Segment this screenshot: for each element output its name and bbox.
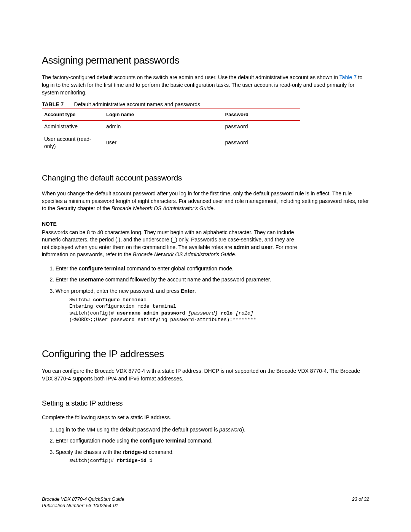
- role-admin: admin: [234, 244, 249, 250]
- col-account-type: Account type: [42, 109, 104, 120]
- text: Enter configuration mode using the: [56, 438, 140, 444]
- table-7-link[interactable]: Table 7: [339, 74, 357, 80]
- doc-title: Brocade Network OS Administrator's Guide: [112, 205, 213, 211]
- page-footer: Brocade VDX 8770-4 QuickStart Guide Publ…: [42, 496, 369, 509]
- heading-assigning-passwords: Assigning permanent passwords: [42, 53, 369, 67]
- footer-title: Brocade VDX 8770-4 QuickStart Guide: [42, 496, 124, 503]
- text: ).: [242, 427, 245, 433]
- intro-paragraph: The factory-configured default accounts …: [42, 74, 369, 96]
- text: command.: [147, 449, 174, 455]
- list-item: Specify the chassis with the rbridge-id …: [56, 449, 369, 464]
- text: Enter the: [56, 276, 79, 283]
- cell: admin: [104, 120, 223, 133]
- text: .: [194, 288, 196, 294]
- list-item: Enter the username command followed by t…: [56, 276, 369, 284]
- footer-publication: Publication Number: 53-1002554-01: [42, 503, 124, 509]
- cell: password: [223, 133, 301, 153]
- cmd: username: [79, 276, 104, 283]
- cmd: configure terminal: [79, 265, 125, 272]
- text: .: [213, 205, 215, 211]
- code-line: switch(config)# rbridge-id 1: [69, 458, 152, 463]
- text: .: [235, 251, 236, 257]
- footer-page-number: 23 of 32: [352, 496, 369, 509]
- code-block: switch(config)# rbridge-id 1: [69, 457, 369, 464]
- table-label: TABLE 7: [42, 101, 64, 107]
- text: Specify the chassis with the: [56, 449, 123, 455]
- text: command followed by the account name and…: [104, 276, 271, 283]
- list-item: Enter configuration mode using the confi…: [56, 437, 369, 445]
- text: command to enter global configuration mo…: [125, 265, 234, 272]
- table-caption-row: TABLE 7 Default administrative account n…: [42, 101, 369, 109]
- col-password: Password: [223, 109, 301, 120]
- footer-left: Brocade VDX 8770-4 QuickStart Guide Publ…: [42, 496, 124, 509]
- steps-change-password: Enter the configure terminal command to …: [42, 265, 369, 323]
- paragraph: When you change the default account pass…: [42, 190, 369, 212]
- cmd: configure terminal: [140, 438, 186, 444]
- heading-changing-passwords: Changing the default account passwords: [42, 172, 369, 183]
- note-label: NOTE: [42, 220, 297, 228]
- list-item: Enter the configure terminal command to …: [56, 265, 369, 273]
- table-7: TABLE 7 Default administrative account n…: [42, 101, 369, 153]
- text: When prompted, enter the new password. a…: [56, 288, 181, 294]
- table-caption: Default administrative account names and…: [74, 101, 201, 107]
- table-header-row: Account type Login name Password: [42, 109, 300, 120]
- role-user: user: [261, 244, 272, 250]
- table-row: User account (read-only) user password: [42, 133, 300, 153]
- cell: user: [104, 133, 223, 153]
- heading-configuring-ip: Configuring the IP addresses: [42, 347, 369, 361]
- table-row: Administrative admin password: [42, 120, 300, 133]
- paragraph: Complete the following steps to set a st…: [42, 414, 369, 422]
- text: and: [249, 244, 261, 250]
- text: Enter the: [56, 265, 79, 272]
- list-item: When prompted, enter the new password. a…: [56, 288, 369, 323]
- paragraph: You can configure the Brocade VDX 8770-4…: [42, 367, 369, 382]
- code-line: Switch# configure terminal: [69, 297, 147, 303]
- text: command.: [186, 438, 212, 444]
- text: The factory-configured default accounts …: [42, 74, 339, 80]
- cell: password: [223, 120, 301, 133]
- text: Log in to the MM using the default passw…: [56, 427, 219, 433]
- steps-static-ip: Log in to the MM using the default passw…: [42, 426, 369, 464]
- doc-title: Brocade Network OS Administrator's Guide: [133, 251, 235, 257]
- key: Enter: [181, 288, 194, 294]
- code-block: Switch# configure terminal Entering conf…: [69, 297, 369, 323]
- col-login-name: Login name: [104, 109, 223, 120]
- accounts-table: Account type Login name Password Adminis…: [42, 109, 300, 153]
- note-box: NOTE Passwords can be 8 to 40 characters…: [42, 218, 297, 261]
- cell: User account (read-only): [42, 133, 104, 153]
- cell: Administrative: [42, 120, 104, 133]
- cmd: rbridge-id: [123, 449, 147, 455]
- note-body: Passwords can be 8 to 40 characters long…: [42, 229, 297, 259]
- list-item: Log in to the MM using the default passw…: [56, 426, 369, 434]
- code-line: Entering configuration mode terminal: [69, 304, 176, 309]
- default-password: password: [219, 427, 242, 433]
- page: Assigning permanent passwords The factor…: [0, 0, 411, 532]
- code-line: (<WORD>;;User password satisfying passwo…: [69, 317, 256, 323]
- heading-static-ip: Setting a static IP address: [42, 398, 369, 409]
- code-line: switch(config)# username admin password …: [69, 310, 253, 316]
